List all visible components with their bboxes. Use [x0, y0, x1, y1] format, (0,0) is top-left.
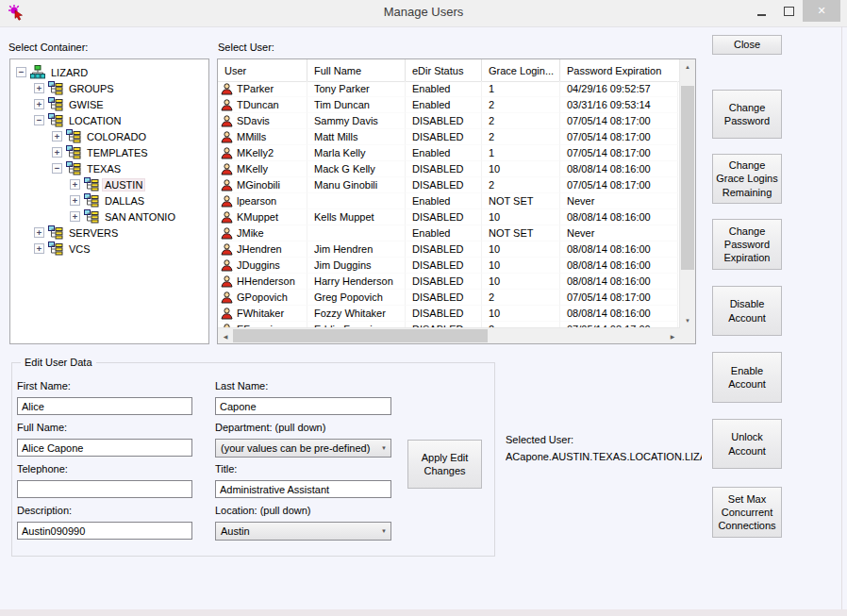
tree-item-gwise[interactable]: + GWISE [10, 96, 208, 112]
description-field[interactable] [17, 522, 192, 540]
tree-item-austin[interactable]: + AUSTIN [10, 176, 208, 192]
selected-user-label: Selected User: [506, 434, 573, 445]
expand-icon[interactable]: + [34, 243, 44, 254]
disable-account-button[interactable]: Disable Account [712, 286, 782, 336]
expand-icon[interactable]: + [34, 99, 44, 109]
change-password-button[interactable]: Change Password [712, 90, 782, 139]
cell-grace-logins: 2 [482, 97, 560, 113]
tree-item-san-antonio[interactable]: + SAN ANTONIO [10, 208, 208, 225]
full-name-field[interactable] [17, 439, 192, 457]
cell-grace-logins: 1 [482, 145, 560, 161]
expand-icon[interactable]: + [34, 227, 44, 238]
expand-icon[interactable]: + [52, 147, 62, 158]
cell-edir-status: Enabled [406, 145, 482, 161]
cell-user: lpearson [218, 193, 307, 209]
expand-icon[interactable]: + [70, 211, 80, 222]
enable-account-button[interactable]: Enable Account [712, 352, 782, 403]
cell-user: FWhitaker [218, 306, 307, 322]
expand-icon[interactable]: + [34, 83, 44, 93]
user-row-MMills[interactable]: MMillsMatt MillsDISABLED207/05/14 08:17:… [218, 129, 680, 145]
cell-grace-logins: 2 [482, 290, 560, 306]
scroll-down-icon[interactable]: ▼ [680, 313, 695, 328]
expand-icon[interactable]: + [70, 195, 80, 206]
department-label: Department: (pull down) [215, 422, 325, 433]
user-row-MKelly[interactable]: MKellyMack G KellyDISABLED1008/08/14 08:… [218, 161, 680, 177]
close-window-button[interactable]: ✕ [803, 0, 840, 22]
maximize-button[interactable] [775, 0, 803, 22]
cell-password-expiration: 07/05/14 08:17:00 [560, 113, 678, 129]
collapse-icon[interactable]: − [16, 67, 26, 77]
set-max-concurrent-connections-button[interactable]: Set Max Concurrent Connections [712, 487, 782, 538]
user-icon [221, 179, 233, 191]
minimize-button[interactable] [748, 0, 775, 22]
user-row-KMuppet[interactable]: KMuppetKells MuppetDISABLED1008/08/14 08… [218, 209, 680, 225]
close-button[interactable]: Close [712, 35, 782, 55]
last-name-label: Last Name: [215, 380, 268, 391]
column-header-password-expiration[interactable]: Password Expiration [560, 59, 678, 81]
title-bar: Manage Users ✕ [0, 0, 847, 27]
user-row-JMike[interactable]: JMikeEnabledNOT SETNever [218, 225, 680, 241]
collapse-icon[interactable]: − [34, 115, 44, 125]
first-name-field[interactable] [17, 397, 192, 415]
horizontal-scrollbar[interactable]: ◀ ▶ [218, 327, 680, 343]
tree-item-dallas[interactable]: + DALLAS [10, 192, 208, 208]
horizontal-scrollbar-thumb[interactable] [233, 329, 488, 342]
department-dropdown[interactable]: (your values can be pre-defined) ▼ [215, 439, 391, 458]
vertical-scrollbar[interactable]: ▲ ▼ [679, 59, 695, 328]
tree-item-lizard[interactable]: − LIZARD [10, 64, 208, 80]
user-row-lpearson[interactable]: lpearsonEnabledNOT SETNever [218, 193, 680, 209]
org-unit-icon [84, 177, 99, 191]
cell-full-name: Kells Muppet [307, 209, 406, 225]
scroll-left-icon[interactable]: ◀ [218, 328, 233, 343]
unlock-account-button[interactable]: Unlock Account [712, 419, 782, 469]
tree-item-colorado[interactable]: + COLORADO [10, 128, 208, 144]
expand-icon[interactable]: + [70, 179, 80, 190]
telephone-field[interactable] [17, 480, 192, 498]
cell-grace-logins: 10 [482, 258, 560, 274]
user-icon [221, 275, 233, 288]
vertical-scrollbar-thumb[interactable] [681, 86, 694, 270]
change-grace-logins-button[interactable]: Change Grace Logins Remaining [712, 154, 782, 204]
column-header-full-name[interactable]: Full Name [307, 59, 406, 81]
user-row-FWhitaker[interactable]: FWhitakerFozzy WhitakerDISABLED1008/08/1… [218, 306, 680, 322]
column-header-edir-status[interactable]: eDir Status [406, 59, 482, 81]
selected-user-value: ACapone.AUSTIN.TEXAS.LOCATION.LIZA [506, 451, 702, 462]
scrollbar-corner [680, 328, 695, 343]
collapse-icon[interactable]: − [52, 163, 62, 174]
cell-password-expiration: Never [560, 225, 678, 241]
tree-item-servers[interactable]: + SERVERS [10, 225, 208, 241]
change-password-expiration-button[interactable]: Change Password Expiration [712, 219, 782, 270]
location-dropdown[interactable]: Austin ▼ [215, 522, 391, 541]
cell-edir-status: DISABLED [406, 241, 482, 258]
user-row-TParker[interactable]: TParkerTony ParkerEnabled104/29/16 09:52… [218, 81, 680, 97]
cell-edir-status: DISABLED [406, 161, 482, 177]
cell-grace-logins: 2 [482, 177, 560, 193]
apply-edit-changes-button[interactable]: Apply Edit Changes [407, 440, 482, 489]
cell-full-name [307, 225, 406, 241]
user-row-HHenderson[interactable]: HHendersonHarry HendersonDISABLED1008/08… [218, 274, 680, 290]
title-field[interactable] [215, 480, 391, 498]
user-row-MGinobili[interactable]: MGinobiliManu GinobiliDISABLED207/05/14 … [218, 177, 680, 193]
user-row-JDuggins[interactable]: JDugginsJim DugginsDISABLED1008/08/14 08… [218, 258, 680, 274]
user-row-TDuncan[interactable]: TDuncanTim DuncanEnabled203/31/16 09:53:… [218, 97, 680, 113]
user-row-JHendren[interactable]: JHendrenJim HendrenDISABLED1008/08/14 08… [218, 241, 680, 258]
user-row-SDavis[interactable]: SDavisSammy DavisDISABLED207/05/14 08:17… [218, 113, 680, 129]
org-unit-icon [84, 193, 99, 208]
tree-item-vcs[interactable]: + VCS [10, 241, 208, 257]
cell-edir-status: Enabled [406, 97, 482, 113]
tree-item-groups[interactable]: + GROUPS [10, 80, 208, 96]
user-icon [221, 243, 233, 256]
tree-item-label: DALLAS [103, 195, 146, 207]
cell-full-name: Tony Parker [307, 81, 406, 97]
column-header-grace-logins[interactable]: Grace Login... [482, 59, 560, 81]
tree-item-texas[interactable]: − TEXAS [10, 160, 208, 176]
user-row-GPopovich[interactable]: GPopovichGreg PopovichDISABLED207/05/14 … [218, 290, 680, 306]
scroll-up-icon[interactable]: ▲ [680, 59, 695, 75]
column-header-user[interactable]: User [218, 59, 307, 81]
last-name-field[interactable] [215, 397, 391, 415]
user-row-MKelly2[interactable]: MKelly2Marla KellyEnabled107/05/14 08:17… [218, 145, 680, 161]
expand-icon[interactable]: + [52, 131, 62, 142]
tree-item-templates[interactable]: + TEMPLATES [10, 144, 208, 160]
tree-item-location[interactable]: − LOCATION [10, 112, 208, 128]
scroll-right-icon[interactable]: ▶ [665, 328, 680, 343]
